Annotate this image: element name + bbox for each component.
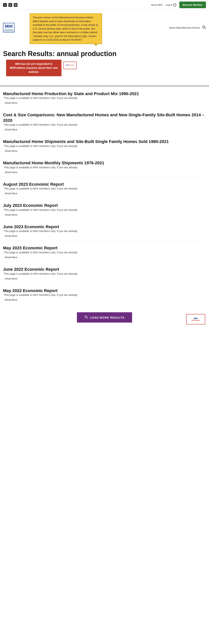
result-item: Cost & Size Comparisons: New Manufacture… [3,108,206,134]
load-more-search-icon [84,315,88,320]
result-description: This page is available to MHI members on… [3,272,206,275]
bottom-logo-main-text: MHI [194,317,198,320]
linkedin-icon[interactable]: in [8,3,12,7]
read-more-link[interactable]: ...Read More [3,277,17,280]
result-title[interactable]: July 2023 Economic Report [3,203,58,208]
site-header: MHI Manufactured Housing Institute The p… [0,10,209,46]
result-description: This page is available to MHI members on… [3,187,206,190]
read-more-link[interactable]: ...Read More [3,171,17,174]
result-item: July 2023 Economic ReportThis page is av… [3,198,206,220]
load-more-button[interactable]: LOAD MORE RESULTS [77,312,132,322]
load-more-section: LOAD MORE RESULTS MHI PRO NEWS [0,306,209,326]
person-icon [173,4,176,6]
annotation-text: The prior version of the Manufactured Ho… [33,16,98,41]
result-title[interactable]: Manufactured Home Production by State an… [3,91,139,96]
svg-point-3 [203,26,205,28]
result-title[interactable]: Manufactured Home Monthly Shipments 1976… [3,160,104,165]
result-item: May 2022 Economic ReportThis page is ava… [3,284,206,305]
result-description: This page is available to MHI members on… [3,294,206,296]
result-item: Manufactured Home Shipments and Site-Bui… [3,134,206,156]
about-mhi-link[interactable]: About MHI [151,4,162,6]
login-link[interactable]: Log In [166,4,176,6]
read-more-link[interactable]: ...Read More [3,256,17,259]
load-more-label: LOAD MORE RESULTS [90,316,125,319]
logo-area[interactable]: MHI Manufactured Housing Institute [3,23,14,32]
result-item: Manufactured Home Production by State an… [3,88,206,108]
mhi-notice-line2: MHProNews inquiries about their new [10,66,58,70]
result-title[interactable]: May 2023 Economic Report [3,246,57,250]
result-item: June 2023 Economic ReportThis page is av… [3,220,206,241]
top-navigation: f in About MHI Log In Become Member [0,0,209,10]
svg-rect-0 [15,4,16,6]
result-item: May 2023 Economic ReportThis page is ava… [3,241,206,262]
logo-subtitle-text: Manufactured Housing Institute [3,29,14,32]
bottom-logo-sub-text: PRO NEWS [192,320,200,321]
svg-point-2 [16,4,16,4]
bottom-mhipronews-logo: MHI PRO NEWS [186,314,205,324]
result-title[interactable]: Manufactured Home Shipments and Site-Bui… [3,139,169,144]
mhipronews-logo-text: MHI [66,64,68,66]
result-description: This page is available to MHI members on… [3,208,206,212]
mhi-logo: MHI Manufactured Housing Institute [3,23,14,32]
read-more-link[interactable]: ...Read More [3,192,17,195]
about-manufactured-homes-link[interactable]: About Manufactured Homes [169,26,200,29]
read-more-link[interactable]: ...Read More [3,128,17,131]
result-title[interactable]: Cost & Size Comparisons: New Manufacture… [3,112,204,123]
mhipronews-logo-inline: MHI PRONEWS [63,62,77,69]
svg-point-1 [15,4,16,5]
social-icons-group: f in [3,3,17,7]
mhi-notice-line3: website. [10,70,58,74]
result-item: June 2022 Economic ReportThis page is av… [3,262,206,284]
search-results-area: Manufactured Home Production by State an… [0,86,209,307]
become-member-button[interactable]: Become Member [179,2,206,8]
result-description: This page is available to MHI members on… [3,144,206,148]
result-title[interactable]: May 2022 Economic Report [3,288,57,293]
page-title: Search Results: annual production [3,50,206,58]
header-search-icon[interactable] [202,25,206,30]
svg-point-5 [85,316,87,318]
page-title-section: Search Results: annual production [0,46,209,60]
annotation-box: The prior version of the Manufactured Ho… [30,13,102,44]
read-more-link[interactable]: ...Read More [3,102,17,104]
read-more-link[interactable]: ...Read More [3,298,17,301]
logo-mhi-text: MHI [5,24,12,29]
header-right-nav: About Manufactured Homes [169,25,206,30]
read-more-link[interactable]: ...Read More [3,213,17,216]
facebook-icon[interactable]: f [3,3,7,7]
svg-line-4 [205,28,206,29]
result-description: This page is available to MHI members on… [3,230,206,232]
mhi-notice-box: MHI has not yet responded to MHProNews i… [6,60,61,76]
result-description: This page is available to MHI members on… [3,166,206,169]
mhipronews-pro-text: PRONEWS [68,64,74,66]
result-description: This page is available to MHI members on… [3,96,206,100]
svg-line-6 [87,318,88,318]
mhi-notice-line1: MHI has not yet responded to [10,62,58,66]
result-description: This page is available to MHI members on… [3,251,206,254]
read-more-link[interactable]: ...Read More [3,234,17,237]
read-more-link[interactable]: ...Read More [3,150,17,152]
result-title[interactable]: August 2023 Economic Report [3,182,64,187]
instagram-icon[interactable] [14,3,17,7]
result-title[interactable]: June 2023 Economic Report [3,224,59,229]
result-title[interactable]: June 2022 Economic Report [3,267,59,272]
notice-area: MHI has not yet responded to MHProNews i… [0,60,209,82]
result-item: August 2023 Economic ReportThis page is … [3,177,206,198]
login-label: Log In [166,4,173,6]
result-item: Manufactured Home Monthly Shipments 1976… [3,156,206,177]
result-description: This page is available to MHI members on… [3,123,206,126]
